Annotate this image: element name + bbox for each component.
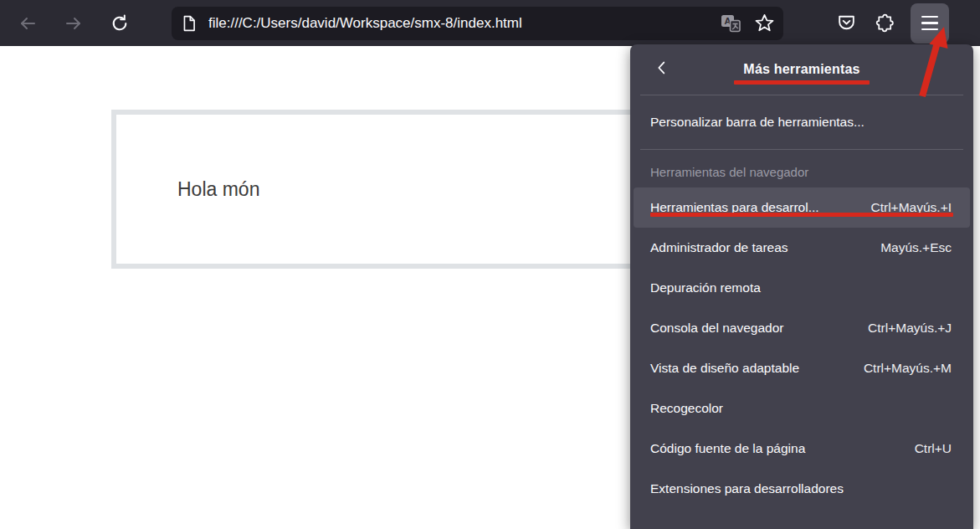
menu-item-shortcut: Ctrl+Mayús.+M xyxy=(864,361,952,376)
section-header-browser-tools: Herramientas del navegador xyxy=(630,150,973,187)
menu-item-task-manager[interactable]: Administrador de tareas Mayús.+Esc xyxy=(630,228,973,268)
panel-title: Más herramientas xyxy=(743,62,859,77)
url-text[interactable]: file:///C:/Users/david/Workspace/smx-8/i… xyxy=(208,15,719,32)
menu-item-label: Consola del navegador xyxy=(650,321,868,336)
menu-item-label: Extensiones para desarrolladores xyxy=(650,481,952,496)
menu-item-label: Recogecolor xyxy=(650,401,952,416)
extensions-button[interactable] xyxy=(870,9,899,38)
menu-list: Herramientas para desarrol... Ctrl+Mayús… xyxy=(630,187,973,509)
menu-item-label: Vista de diseño adaptable xyxy=(650,361,864,376)
menu-item-label: Personalizar barra de herramientas... xyxy=(650,115,865,130)
menu-item-eyedropper[interactable]: Recogecolor xyxy=(630,388,973,429)
pocket-icon xyxy=(836,13,857,33)
annotation-title-underline xyxy=(734,80,870,85)
menu-item-customize-toolbar[interactable]: Personalizar barra de herramientas... xyxy=(630,95,973,149)
menu-item-remote-debugging[interactable]: Depuración remota xyxy=(630,268,973,308)
translate-icon[interactable]: A xyxy=(719,13,742,34)
page-icon xyxy=(182,15,197,32)
bookmark-star-icon[interactable] xyxy=(754,13,775,33)
url-bar[interactable]: file:///C:/Users/david/Workspace/smx-8/i… xyxy=(172,7,783,40)
back-button[interactable] xyxy=(13,9,42,38)
chevron-left-icon xyxy=(653,59,671,80)
menu-button[interactable] xyxy=(911,3,949,44)
menu-item-shortcut: Mayús.+Esc xyxy=(880,240,952,255)
menu-item-page-source[interactable]: Código fuente de la página Ctrl+U xyxy=(630,429,973,469)
navigation-toolbar: file:///C:/Users/david/Workspace/smx-8/i… xyxy=(0,0,980,46)
pocket-button[interactable] xyxy=(832,9,860,38)
menu-item-label: Código fuente de la página xyxy=(650,441,915,456)
menu-item-developer-tools[interactable]: Herramientas para desarrol... Ctrl+Mayús… xyxy=(634,187,970,228)
forward-button[interactable] xyxy=(59,9,88,38)
menu-item-browser-console[interactable]: Consola del navegador Ctrl+Mayús.+J xyxy=(630,308,973,348)
back-icon xyxy=(18,13,38,33)
more-tools-panel: Más herramientas Personalizar barra de h… xyxy=(630,44,973,529)
panel-back-button[interactable] xyxy=(645,51,679,88)
menu-item-label: Depuración remota xyxy=(650,280,952,295)
browser-window: file:///C:/Users/david/Workspace/smx-8/i… xyxy=(0,0,980,529)
menu-item-label: Administrador de tareas xyxy=(650,240,880,255)
menu-item-shortcut: Ctrl+U xyxy=(915,441,952,456)
greeting-text: Hola món xyxy=(177,178,259,201)
menu-item-developer-extensions[interactable]: Extensiones para desarrolladores xyxy=(630,469,973,509)
annotation-devtools-underline xyxy=(650,213,953,217)
reload-button[interactable] xyxy=(105,9,134,38)
menu-item-shortcut: Ctrl+Mayús.+J xyxy=(868,321,952,336)
menu-item-responsive-design[interactable]: Vista de diseño adaptable Ctrl+Mayús.+M xyxy=(630,348,973,388)
panel-header: Más herramientas xyxy=(630,44,973,95)
forward-icon xyxy=(64,13,84,33)
reload-icon xyxy=(110,13,130,33)
extensions-icon xyxy=(875,13,895,33)
